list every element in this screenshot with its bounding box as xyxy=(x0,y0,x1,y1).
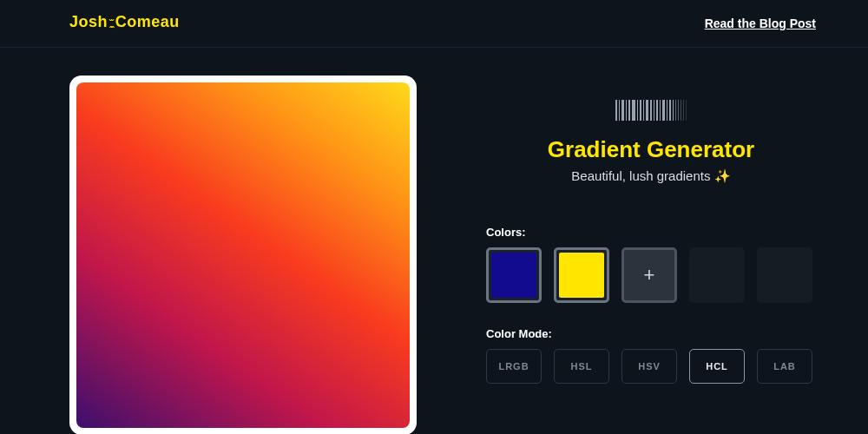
gradient-preview xyxy=(76,82,410,428)
mode-button-hcl[interactable]: HCL xyxy=(689,349,745,384)
color-mode-row: LRGB HSL HSV HCL LAB xyxy=(486,349,816,384)
color-swatch-2[interactable] xyxy=(554,247,609,303)
page-subtitle: Beautiful, lush gradients ✨ xyxy=(486,168,816,184)
page-title: Gradient Generator xyxy=(486,136,816,163)
color-mode-label: Color Mode: xyxy=(486,327,816,340)
barcode-icon xyxy=(486,100,816,121)
mode-button-hsl[interactable]: HSL xyxy=(554,349,609,384)
blog-post-link[interactable]: Read the Blog Post xyxy=(705,16,816,30)
logo-w-icon: ˘˘ ˆˆ xyxy=(109,20,114,34)
mode-button-hsv[interactable]: HSV xyxy=(621,349,677,384)
mode-button-lab[interactable]: LAB xyxy=(757,349,812,384)
color-swatch-1-fill xyxy=(491,253,536,298)
gradient-preview-frame xyxy=(69,76,417,434)
color-swatch-empty-1 xyxy=(689,247,745,303)
logo-text-left: Josh xyxy=(69,13,108,31)
color-swatch-1[interactable] xyxy=(486,247,542,303)
mode-button-lrgb[interactable]: LRGB xyxy=(486,349,542,384)
plus-icon: + xyxy=(644,264,655,286)
logo-text-right: Comeau xyxy=(115,13,180,31)
colors-label: Colors: xyxy=(486,226,816,239)
add-color-button[interactable]: + xyxy=(621,247,677,303)
logo[interactable]: Josh ˘˘ ˆˆ Comeau xyxy=(69,13,180,35)
color-swatch-row: + xyxy=(486,247,816,303)
color-swatch-2-fill xyxy=(559,253,604,298)
color-swatch-empty-2 xyxy=(757,247,812,303)
